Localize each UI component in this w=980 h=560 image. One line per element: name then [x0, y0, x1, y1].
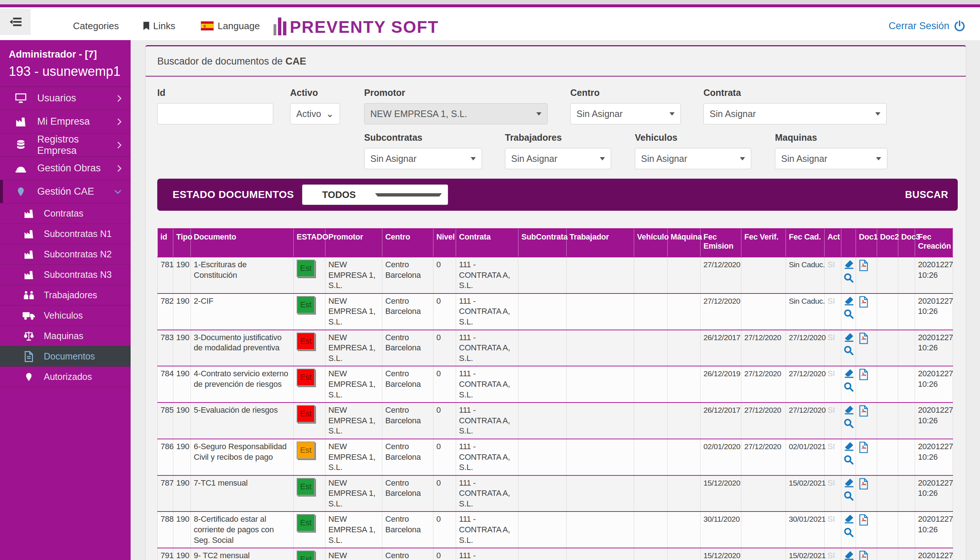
sidebar-item-usuarios[interactable]: Usuarios — [0, 87, 130, 110]
cell-fec-creacion: 20201227 10:26 — [915, 330, 953, 367]
subcontratas-select[interactable]: Sin Asignar — [364, 148, 482, 169]
pdf-file-icon[interactable] — [859, 518, 868, 528]
cell-nivel: 0 — [433, 512, 456, 548]
cell-maquina — [668, 257, 701, 293]
table-header-row: id Tipo Documento ESTADO Promotor Centro… — [157, 228, 953, 257]
sidebar-item-registros-empresa[interactable]: Registros Empresa — [0, 133, 130, 157]
cell-documento: 2-CIF — [191, 293, 294, 330]
magnifier-icon[interactable] — [843, 345, 854, 359]
chevron-right-icon — [117, 141, 122, 149]
magnifier-icon[interactable] — [843, 308, 854, 322]
pdf-file-icon[interactable] — [859, 300, 868, 310]
caret-down-icon — [600, 157, 605, 160]
sidebar-item-mi-empresa[interactable]: Mi Empresa — [0, 110, 130, 133]
sidebar-item-label: Usuarios — [37, 93, 76, 104]
cell-doc3 — [898, 548, 915, 560]
eraser-icon[interactable] — [843, 550, 854, 560]
cell-fec-verif: 27/12/2020 — [741, 439, 786, 475]
field-maquinas: Maquinas Sin Asignar — [775, 132, 887, 169]
cell-vehiculo — [634, 293, 668, 330]
eraser-icon[interactable] — [843, 514, 854, 527]
app-logo[interactable]: PREVENTY SOFT — [273, 17, 439, 35]
eraser-icon[interactable] — [843, 296, 854, 308]
form-row-1: Id Activo Activo ⌄ Promotor NEW EMPRES — [157, 88, 958, 124]
estado-badge[interactable]: Est — [297, 514, 315, 532]
estado-documentos-label: ESTADO DOCUMENTOS — [172, 189, 294, 200]
estado-badge[interactable]: Est — [297, 405, 315, 423]
cell-centro: Centro Barcelona — [382, 293, 433, 330]
pdf-file-icon[interactable] — [859, 264, 868, 273]
activo-select[interactable]: Activo ⌄ — [290, 103, 340, 124]
trabajadores-select[interactable]: Sin Asignar — [505, 148, 611, 169]
sidebar-subitem-subcontratas-n2[interactable]: Subcontratas N2 — [0, 244, 130, 264]
magnifier-icon[interactable] — [843, 382, 854, 395]
sidebar-subitem-trabajadores[interactable]: Trabajadores — [0, 285, 130, 305]
maquinas-value: Sin Asignar — [781, 153, 827, 164]
eraser-icon[interactable] — [843, 442, 854, 454]
pdf-file-icon[interactable] — [859, 337, 868, 346]
pdf-file-icon[interactable] — [859, 410, 868, 418]
sidebar-toggle-button[interactable] — [0, 9, 31, 35]
eraser-icon[interactable] — [843, 260, 854, 272]
magnifier-icon[interactable] — [843, 272, 854, 286]
cell-promotor: NEW EMPRESA 1, S.L. — [326, 402, 382, 439]
pdf-file-icon[interactable] — [859, 373, 868, 382]
nav-categories[interactable]: Categories — [73, 20, 119, 32]
estado-badge[interactable]: Est — [297, 296, 315, 313]
sidebar-subitem-autorizados[interactable]: Autorizados — [0, 367, 130, 387]
sidebar-subitem-maquinas[interactable]: Maquinas — [0, 325, 130, 346]
nav-links[interactable]: Links — [143, 20, 176, 32]
cell-actions — [841, 293, 856, 330]
vehiculos-select[interactable]: Sin Asignar — [635, 148, 751, 169]
sidebar-item-gestion-obras[interactable]: Gestión Obras — [0, 157, 130, 180]
cell-id: 788 — [157, 512, 173, 548]
magnifier-icon[interactable] — [843, 527, 854, 541]
id-input[interactable] — [157, 103, 273, 124]
eraser-icon[interactable] — [843, 368, 854, 381]
cell-nivel: 0 — [433, 475, 456, 512]
contrata-select[interactable]: Sin Asignar — [704, 103, 886, 124]
maquinas-select[interactable]: Sin Asignar — [775, 148, 887, 169]
logout-link[interactable]: Cerrar Sesión — [888, 20, 965, 32]
sidebar-subitem-vehiculos[interactable]: Vehiculos — [0, 305, 130, 325]
pdf-file-icon[interactable] — [859, 555, 868, 560]
sidebar-subitem-documentos[interactable]: Documentos — [0, 346, 130, 367]
magnifier-icon[interactable] — [843, 418, 854, 432]
sidebar-subitem-subcontratas-n3[interactable]: Subcontratas N3 — [0, 264, 130, 285]
cell-fec-cad: 27/12/2020 — [786, 366, 824, 402]
estado-badge[interactable]: Est — [297, 550, 315, 560]
estado-documentos-select[interactable]: TODOS — [302, 185, 448, 205]
promotor-select[interactable]: NEW EMPRESA 1, S.L. — [364, 103, 548, 124]
cell-centro: Centro Barcelona — [382, 548, 433, 560]
estado-badge[interactable]: Est — [297, 260, 315, 277]
pdf-file-icon[interactable] — [859, 482, 868, 492]
eraser-icon[interactable] — [843, 332, 854, 345]
cell-estado: Est — [294, 475, 326, 512]
field-id: Id — [157, 88, 273, 124]
field-trabajadores: Trabajadores Sin Asignar — [505, 132, 611, 169]
cell-id: 791 — [157, 548, 173, 560]
col-header-promotor: Promotor — [326, 228, 382, 257]
sidebar-subitem-subcontratas-n1[interactable]: Subcontratas N1 — [0, 223, 130, 244]
eraser-icon[interactable] — [843, 478, 854, 490]
estado-badge[interactable]: Est — [297, 332, 315, 350]
search-form: Id Activo Activo ⌄ Promotor NEW EMPRES — [145, 77, 966, 560]
estado-badge[interactable]: Est — [297, 442, 315, 459]
magnifier-icon[interactable] — [843, 490, 854, 504]
eraser-icon[interactable] — [843, 405, 854, 417]
pdf-file-icon[interactable] — [859, 446, 868, 455]
sidebar-subitem-contratas[interactable]: Contratas — [0, 203, 130, 223]
factory-icon — [23, 229, 35, 239]
buscar-button[interactable]: BUSCAR — [905, 189, 948, 200]
magnifier-icon[interactable] — [843, 454, 854, 468]
nav-language[interactable]: Language — [201, 20, 260, 32]
cell-maquina — [668, 402, 701, 439]
estado-badge[interactable]: Est — [297, 368, 315, 386]
sidebar-item-gestion-cae[interactable]: Gestión CAE — [0, 180, 130, 203]
estado-badge[interactable]: Est — [297, 478, 315, 495]
cell-act: SI — [824, 475, 841, 512]
cell-documento: 1-Escrituras de Constitución — [191, 257, 294, 293]
cell-actions — [841, 257, 856, 293]
centro-select[interactable]: Sin Asignar — [570, 103, 681, 124]
main-content: Buscador de documentos de CAE Id Activo … — [130, 40, 980, 560]
